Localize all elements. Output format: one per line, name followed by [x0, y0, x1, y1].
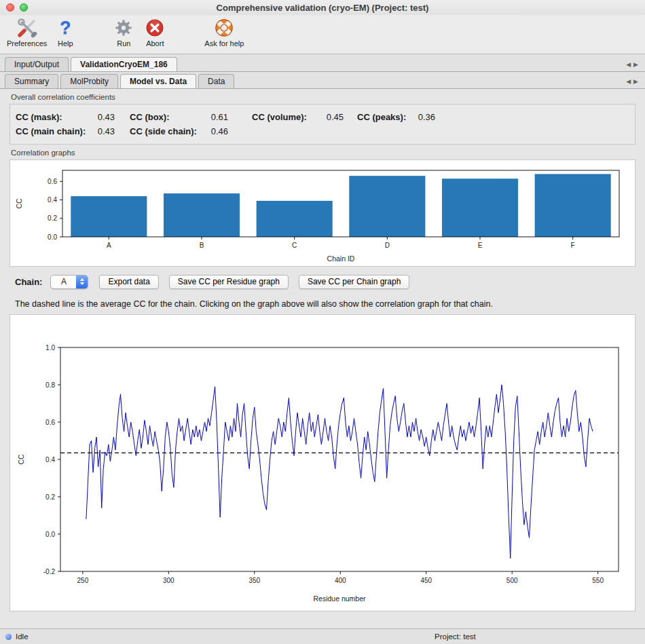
window-controls — [6, 3, 28, 12]
chain-select[interactable]: A — [50, 275, 88, 289]
svg-text:0.4: 0.4 — [48, 196, 57, 204]
tab-scroll-left-icon[interactable]: ◀ — [626, 78, 633, 85]
svg-text:Residue number: Residue number — [313, 594, 366, 603]
cc-stat-label: CC (side chain): — [130, 126, 197, 136]
chain-select-stepper-icon[interactable] — [76, 276, 88, 288]
tab-data[interactable]: Data — [198, 74, 234, 88]
run-button[interactable]: Run — [108, 16, 139, 48]
preferences-button[interactable]: Preferences — [4, 16, 50, 48]
svg-text:0.6: 0.6 — [48, 178, 57, 185]
svg-text:450: 450 — [420, 577, 432, 584]
svg-text:0.8: 0.8 — [45, 381, 55, 389]
chain-controls: Chain: A Export data Save CC per Residue… — [15, 274, 635, 289]
close-button[interactable] — [6, 3, 14, 12]
abort-button[interactable]: Abort — [139, 16, 170, 48]
project-label: Project: test — [435, 632, 476, 641]
cc-stat: CC (peaks):0.36 — [357, 112, 435, 122]
abort-icon — [145, 17, 164, 39]
toolbar-item-label: Ask for help — [204, 39, 244, 48]
cc-stat-value: 0.43 — [98, 112, 115, 122]
cc-stat-label: CC (main chain): — [16, 126, 86, 136]
cc-stat: CC (main chain):0.43 — [16, 126, 115, 136]
svg-text:1.0: 1.0 — [45, 344, 55, 352]
tab-scroll-arrows[interactable]: ◀▶ — [626, 78, 641, 85]
overall-cc-section-title: Overall correlation coefficients — [11, 93, 645, 102]
svg-text:250: 250 — [77, 577, 89, 584]
tab-scroll-right-icon[interactable]: ▶ — [633, 61, 641, 68]
cc-stat: CC (volume):0.45 — [252, 112, 344, 122]
svg-text:0.2: 0.2 — [48, 214, 57, 222]
svg-text:0.2: 0.2 — [45, 493, 55, 501]
save-cc-per-residue-button[interactable]: Save CC per Residue graph — [169, 275, 289, 289]
svg-text:400: 400 — [335, 577, 346, 584]
toolbar-item-label: Preferences — [7, 39, 47, 48]
zoom-button[interactable] — [20, 3, 28, 12]
export-data-button[interactable]: Export data — [99, 275, 158, 289]
svg-text:550: 550 — [592, 577, 604, 584]
cc-stat: CC (mask):0.43 — [16, 112, 115, 122]
svg-text:0.0: 0.0 — [48, 233, 57, 241]
status-text: Idle — [16, 632, 29, 641]
status-bar: Idle Project: test — [0, 628, 645, 644]
cc-stat-label: CC (box): — [130, 112, 170, 122]
cc-stat-label: CC (volume): — [252, 112, 307, 122]
chain-label: Chain: — [15, 277, 42, 287]
toolbar-item-label: Abort — [146, 39, 164, 48]
svg-text:CC: CC — [17, 454, 25, 465]
toolbar-item-label: Run — [117, 39, 130, 48]
help-button[interactable]: ?Help — [50, 16, 81, 48]
ask-for-help-icon — [214, 17, 234, 39]
dashed-line-help-text: The dashed line is the average CC for th… — [15, 299, 635, 309]
svg-text:350: 350 — [248, 577, 260, 584]
correlation-graphs-section-title: Correlation graphs — [11, 149, 645, 158]
ask-for-help-button[interactable]: Ask for help — [202, 16, 246, 48]
cc-stat: CC (side chain):0.46 — [130, 126, 228, 136]
cc-stat: CC (box):0.61 — [130, 112, 228, 122]
svg-text:D: D — [385, 242, 390, 249]
toolbar-item-label: Help — [58, 39, 73, 48]
run-icon — [114, 17, 133, 39]
cc-stat-label: CC (peaks): — [357, 112, 406, 122]
cc-stat-value: 0.45 — [327, 112, 344, 122]
tab-molprobity[interactable]: MolProbity — [60, 74, 118, 88]
cc-stat-value: 0.43 — [98, 126, 115, 136]
svg-text:F: F — [571, 242, 575, 249]
svg-text:B: B — [200, 242, 204, 249]
cc-stat-label: CC (mask): — [16, 112, 62, 122]
svg-text:300: 300 — [163, 577, 174, 584]
toolbar: Preferences?Help Run Abort Ask — [0, 15, 645, 54]
tab-scroll-right-icon[interactable]: ▶ — [633, 78, 641, 85]
svg-text:0.0: 0.0 — [45, 531, 55, 538]
tab-scroll-left-icon[interactable]: ◀ — [626, 61, 633, 68]
cc-per-residue-line-chart: 250300350400450500550-0.20.00.20.40.60.8… — [10, 315, 635, 611]
svg-text:Chain ID: Chain ID — [327, 254, 355, 263]
svg-text:C: C — [292, 242, 297, 249]
title-bar: Comprehensive validation (cryo-EM) (Proj… — [0, 0, 645, 15]
window-title: Comprehensive validation (cryo-EM) (Proj… — [217, 3, 429, 13]
cc-per-chain-bar-chart[interactable]: 0.00.20.40.6ABCDEFChain IDCC — [11, 161, 634, 265]
svg-text:CC: CC — [15, 198, 23, 209]
svg-text:0.6: 0.6 — [45, 419, 55, 426]
cc-stat-value: 0.61 — [211, 112, 228, 122]
status-indicator-icon — [5, 634, 12, 640]
tab-scroll-arrows[interactable]: ◀▶ — [626, 61, 641, 68]
svg-text:-0.2: -0.2 — [43, 568, 56, 575]
tab-summary[interactable]: Summary — [5, 74, 58, 88]
cc-row: CC (main chain):0.43CC (side chain):0.46 — [16, 126, 635, 136]
svg-text:A: A — [107, 242, 111, 249]
preferences-icon — [16, 17, 38, 39]
cc-per-chain-chart-panel[interactable]: 0.00.20.40.6ABCDEFChain IDCC — [10, 159, 635, 267]
tab-validationcryoem-186[interactable]: ValidationCryoEM_186 — [71, 57, 177, 71]
cc-stat-value: 0.36 — [418, 112, 435, 122]
svg-text:E: E — [478, 242, 483, 249]
overall-cc-groupbox: CC (mask):0.43CC (box):0.61CC (volume):0… — [10, 104, 635, 145]
section-tab-bar: SummaryMolProbityModel vs. DataData◀▶ — [0, 72, 645, 89]
save-cc-per-chain-button[interactable]: Save CC per Chain graph — [299, 275, 409, 289]
document-tab-bar: Input/OutputValidationCryoEM_186◀▶ — [0, 54, 645, 72]
cc-per-residue-chart-panel: 250300350400450500550-0.20.00.20.40.60.8… — [10, 314, 635, 611]
cc-stat-value: 0.46 — [211, 126, 228, 136]
tab-model-vs-data[interactable]: Model vs. Data — [120, 74, 196, 88]
tab-input-output[interactable]: Input/Output — [5, 57, 69, 71]
help-icon: ? — [60, 17, 71, 39]
cc-row: CC (mask):0.43CC (box):0.61CC (volume):0… — [16, 112, 635, 122]
